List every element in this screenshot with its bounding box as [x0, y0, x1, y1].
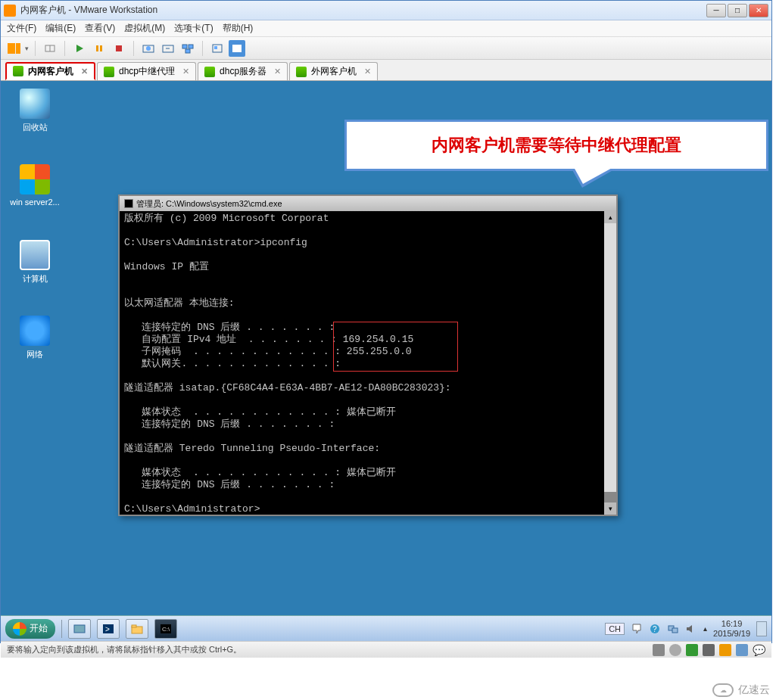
desktop-icon-winserver[interactable]: win server2...	[8, 164, 61, 207]
taskbar-server-manager[interactable]	[68, 619, 91, 639]
svg-marker-2	[76, 45, 83, 52]
snapshot-button[interactable]	[140, 40, 157, 57]
vmware-window: 内网客户机 - VMware Workstation ─ □ ✕ 文件(F) 编…	[0, 0, 772, 643]
status-cd-icon[interactable]	[669, 644, 681, 656]
tray-network-icon[interactable]	[667, 623, 679, 635]
menu-help[interactable]: 帮助(H)	[223, 22, 254, 35]
toolbar-separator	[64, 41, 65, 56]
language-indicator[interactable]: CH	[605, 623, 625, 635]
svg-rect-13	[214, 46, 217, 49]
vm-tab-label: 内网客户机	[28, 65, 73, 78]
desktop-icon-label: 网络	[8, 349, 61, 360]
vm-tab-internal-client[interactable]: 内网客户机 ✕	[5, 62, 95, 80]
scroll-up-arrow[interactable]: ▴	[604, 211, 616, 223]
snapshot-revert-button[interactable]	[160, 40, 176, 57]
status-hdd-icon[interactable]	[653, 644, 665, 656]
cmd-titlebar[interactable]: 管理员: C:\Windows\system32\cmd.exe	[120, 196, 616, 211]
menubar: 文件(F) 编辑(E) 查看(V) 虚拟机(M) 选项卡(T) 帮助(H)	[1, 20, 771, 37]
tab-close-icon[interactable]: ✕	[81, 67, 88, 76]
desktop-icon-recycle-bin[interactable]: 回收站	[8, 89, 61, 133]
toolbar-separator	[202, 41, 203, 56]
maximize-button[interactable]: □	[728, 4, 747, 17]
vm-running-icon	[104, 67, 114, 77]
unity-button[interactable]	[209, 40, 226, 57]
tab-close-icon[interactable]: ✕	[274, 67, 281, 76]
power-off-button[interactable]	[111, 40, 127, 57]
vmware-app-icon	[4, 5, 16, 17]
vm-tab-dhcp-relay[interactable]: dhcp中继代理 ✕	[97, 62, 196, 80]
svg-rect-5	[116, 45, 122, 51]
status-message-icon[interactable]: 💬	[753, 644, 765, 656]
svg-rect-14	[232, 45, 242, 52]
menu-tabs[interactable]: 选项卡(T)	[174, 22, 213, 35]
start-button[interactable]: 开始	[5, 619, 55, 639]
taskbar-cmd[interactable]: C:\	[154, 619, 177, 639]
vm-tab-label: 外网客户机	[311, 65, 357, 78]
svg-text:C:\: C:\	[162, 626, 170, 633]
svg-rect-19	[132, 625, 136, 627]
cmd-window[interactable]: 管理员: C:\Windows\system32\cmd.exe 版权所有 (c…	[118, 194, 618, 516]
tray-chevron-icon[interactable]: ▴	[703, 624, 707, 633]
svg-marker-26	[687, 625, 692, 633]
windows-orb-icon	[13, 622, 26, 636]
scroll-down-arrow[interactable]: ▾	[604, 502, 616, 515]
status-printer-icon[interactable]	[736, 644, 748, 656]
annotation-callout: 内网客户机需要等待中继代理配置	[344, 120, 768, 171]
taskbar-powershell[interactable]: >	[97, 619, 120, 639]
fullscreen-button[interactable]	[229, 40, 245, 57]
close-button[interactable]: ✕	[749, 4, 768, 17]
svg-rect-3	[96, 45, 98, 51]
tray-help-icon[interactable]: ?	[649, 623, 661, 635]
power-on-button[interactable]	[71, 40, 88, 57]
clock-date: 2015/9/19	[713, 629, 750, 639]
watermark-cloud-icon: ☁	[712, 683, 734, 697]
minimize-button[interactable]: ─	[706, 4, 726, 17]
status-network-icon[interactable]	[686, 644, 698, 656]
show-desktop-button[interactable]	[756, 621, 767, 636]
tray-sound-icon[interactable]	[685, 623, 697, 635]
tab-close-icon[interactable]: ✕	[364, 67, 371, 76]
vm-tab-dhcp-server[interactable]: dhcp服务器 ✕	[198, 62, 288, 80]
suspend-button[interactable]	[91, 40, 108, 57]
thumbnail-button[interactable]	[42, 40, 58, 57]
menu-view[interactable]: 查看(V)	[85, 22, 115, 35]
vm-tabs: 内网客户机 ✕ dhcp中继代理 ✕ dhcp服务器 ✕ 外网客户机 ✕	[1, 60, 771, 81]
recycle-bin-icon	[20, 89, 50, 119]
taskbar-separator	[61, 620, 62, 638]
svg-rect-11	[185, 49, 190, 53]
scroll-thumb[interactable]	[604, 492, 616, 502]
svg-text:?: ?	[653, 625, 657, 633]
library-button[interactable]	[5, 40, 22, 57]
computer-icon	[20, 240, 50, 270]
desktop-icon-computer[interactable]: 计算机	[8, 240, 61, 285]
toolbar-separator	[133, 41, 134, 56]
toolbar-separator	[35, 41, 36, 56]
status-sound-icon[interactable]	[719, 644, 731, 656]
vm-running-icon	[13, 66, 23, 76]
menu-vm[interactable]: 虚拟机(M)	[124, 22, 165, 35]
cmd-output[interactable]: 版权所有 (c) 2009 Microsoft Corporat C:\User…	[120, 211, 616, 515]
taskbar-explorer[interactable]	[126, 619, 148, 639]
status-usb-icon[interactable]	[703, 644, 715, 656]
snapshot-manager-button[interactable]	[179, 40, 196, 57]
start-label: 开始	[30, 622, 48, 635]
vmware-statusbar: 要将输入定向到该虚拟机，请将鼠标指针移入其中或按 Ctrl+G。 💬	[1, 641, 771, 658]
tab-close-icon[interactable]: ✕	[182, 67, 189, 76]
vm-tab-label: dhcp服务器	[220, 65, 266, 78]
vm-running-icon	[204, 67, 215, 77]
svg-rect-25	[672, 628, 678, 633]
vm-running-icon	[296, 67, 307, 77]
vm-tab-external-client[interactable]: 外网客户机 ✕	[289, 62, 378, 80]
clock-time: 16:19	[713, 619, 750, 629]
toolbar: ▾	[1, 37, 771, 60]
menu-file[interactable]: 文件(F)	[7, 22, 36, 35]
cmd-icon	[124, 199, 133, 208]
menu-edit[interactable]: 编辑(E)	[45, 22, 76, 35]
watermark: ☁ 亿速云	[712, 683, 770, 697]
window-title: 内网客户机 - VMware Workstation	[20, 4, 157, 17]
cmd-scrollbar[interactable]: ▴ ▾	[604, 211, 616, 515]
desktop-icon-network[interactable]: 网络	[8, 316, 61, 360]
desktop-icon-label: 回收站	[8, 122, 61, 133]
tray-action-center-icon[interactable]	[631, 623, 643, 635]
taskbar-clock[interactable]: 16:19 2015/9/19	[713, 619, 750, 639]
